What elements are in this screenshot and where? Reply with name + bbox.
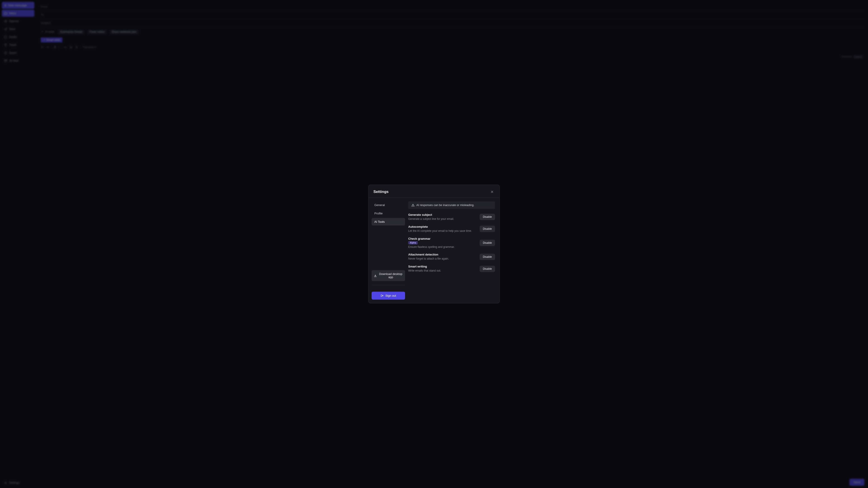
warning-icon (411, 203, 414, 207)
setting-desc: Ensure flawless spelling and grammar. (408, 245, 455, 249)
download-desktop-button[interactable]: Download desktop app (372, 270, 405, 281)
modal-title: Settings (373, 190, 389, 194)
setting-title: Attachment detection (408, 253, 449, 256)
disable-smart-writing-button[interactable]: Disable (480, 266, 495, 272)
setting-desc: Never forget to attach a file again. (408, 257, 449, 261)
disable-generate-subject-button[interactable]: Disable (480, 214, 495, 220)
setting-title-text: Check grammar (408, 237, 430, 240)
setting-desc: Write emails that stand out. (408, 269, 441, 273)
close-button[interactable] (490, 189, 495, 194)
alert-text: AI responses can be inaccurate or mislea… (416, 203, 474, 207)
setting-title: Check grammar (408, 237, 455, 240)
setting-title: Generate subject (408, 213, 454, 217)
disable-attachment-detection-button[interactable]: Disable (480, 254, 495, 260)
setting-check-grammar: Check grammar Alpha Ensure flawless spel… (408, 237, 495, 249)
download-icon (374, 274, 377, 277)
sign-out-label: Sign out (385, 294, 396, 297)
modal-header: Settings (368, 185, 500, 197)
setting-autocomplete: Autocomplete Let the AI complete your em… (408, 225, 495, 233)
close-icon (491, 190, 494, 193)
setting-generate-subject: Generate subject Generate a subject line… (408, 213, 495, 221)
setting-smart-writing: Smart writing Write emails that stand ou… (408, 265, 495, 273)
nav-profile[interactable]: Profile (372, 210, 405, 217)
setting-desc: Let the AI complete your email to help y… (408, 229, 472, 233)
setting-title: Autocomplete (408, 225, 472, 228)
modal-content: AI responses can be inaccurate or mislea… (408, 198, 500, 303)
setting-title: Smart writing (408, 265, 441, 268)
ai-warning-alert: AI responses can be inaccurate or mislea… (408, 201, 495, 209)
nav-general[interactable]: General (372, 201, 405, 209)
nav-ai-tools[interactable]: AI Tools (372, 218, 405, 225)
sign-out-button[interactable]: Sign out (372, 292, 405, 300)
setting-attachment-detection: Attachment detection Never forget to att… (408, 253, 495, 261)
disable-check-grammar-button[interactable]: Disable (480, 240, 495, 246)
alpha-badge: Alpha (408, 241, 418, 245)
modal-nav: General Profile AI Tools Download deskto… (368, 198, 408, 303)
disable-autocomplete-button[interactable]: Disable (480, 226, 495, 232)
modal-overlay[interactable]: Settings General Profile AI Tools Downlo… (0, 0, 868, 488)
setting-desc: Generate a subject line for your email. (408, 217, 454, 221)
settings-modal: Settings General Profile AI Tools Downlo… (368, 185, 500, 303)
sign-out-icon (381, 294, 383, 297)
download-label: Download desktop app (379, 272, 403, 279)
